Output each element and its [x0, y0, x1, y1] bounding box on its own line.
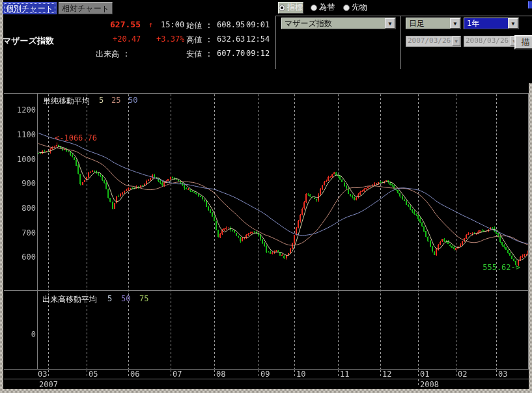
- high-time: 12:54: [246, 34, 270, 44]
- open-label: 始値 :: [186, 20, 211, 31]
- page-corner-icon: [528, 1, 532, 8]
- low-value: 607.70: [217, 49, 245, 58]
- open-time: 09:01: [246, 20, 270, 29]
- instrument-name: マザーズ指数: [3, 35, 54, 47]
- price-up-arrow: ↑: [148, 20, 153, 29]
- chevron-down-icon[interactable]: ▼: [508, 18, 518, 29]
- date-to-select[interactable]: 2008/03/26 ▼: [464, 36, 519, 47]
- chart-app-window: { "header": { "tabs": [ {"label": "個別チャー…: [0, 0, 532, 393]
- low-label: 安値 :: [186, 49, 211, 60]
- tab-relative-chart[interactable]: 相対チャート: [59, 2, 113, 14]
- price-change: +20.47: [113, 34, 141, 44]
- chevron-down-icon: ▼: [452, 36, 460, 46]
- volume-label: 出来高 :: [96, 49, 128, 60]
- header-divider-h: [275, 16, 532, 16]
- radio-index[interactable]: 指標: [278, 2, 303, 14]
- range-select[interactable]: 1年 ▼: [464, 18, 519, 29]
- header-divider-v2: [400, 16, 401, 69]
- high-value: 632.63: [217, 34, 245, 44]
- date-to-value: 2008/03/26: [464, 36, 510, 46]
- radio-forex-label: 為替: [319, 2, 335, 13]
- draw-button[interactable]: 描: [514, 35, 532, 49]
- radio-forex-dot: [311, 5, 317, 11]
- radio-index-label: 指標: [287, 2, 303, 13]
- header-divider-v1: [275, 16, 276, 69]
- range-select-value: 1年: [464, 18, 508, 29]
- category-radio-group: 銘柄 指標 為替 先物: [278, 2, 367, 13]
- page-scrollbar-right[interactable]: [529, 83, 532, 393]
- low-time: 09:12: [246, 49, 270, 58]
- date-from-value: 2007/03/26: [406, 36, 452, 46]
- last-price: 627.55: [110, 20, 141, 29]
- high-label: 高値 :: [186, 34, 211, 46]
- open-value: 608.95: [217, 20, 245, 29]
- date-from-select[interactable]: 2007/03/26 ▼: [406, 36, 461, 47]
- radio-futures-dot: [343, 5, 350, 11]
- tab-individual-chart[interactable]: 個別チャート: [3, 2, 57, 14]
- radio-index-dot: [279, 5, 285, 11]
- page-border-bottom: [0, 389, 532, 393]
- period-select[interactable]: 日足 ▼: [406, 18, 461, 29]
- radio-futures-label: 先物: [352, 2, 367, 13]
- radio-forex[interactable]: 為替: [311, 2, 335, 13]
- chevron-down-icon[interactable]: ▼: [450, 18, 460, 29]
- instrument-select[interactable]: マザーズ指数 ▼: [281, 18, 396, 29]
- radio-futures[interactable]: 先物: [343, 2, 367, 13]
- page-border-left: [0, 0, 3, 393]
- last-price-time: 15:00: [161, 20, 184, 29]
- instrument-select-value: マザーズ指数: [282, 18, 385, 29]
- candlestick-chart-canvas[interactable]: [0, 0, 532, 393]
- period-select-value: 日足: [406, 18, 450, 29]
- price-change-pct: +3.37%: [156, 34, 184, 44]
- chevron-down-icon[interactable]: ▼: [385, 18, 395, 29]
